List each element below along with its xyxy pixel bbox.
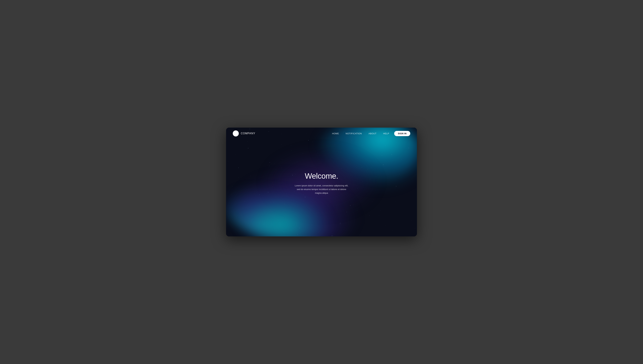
hero-subtitle-line1: Lorem ipsum dolor sit amet, consectetur … [295,184,348,187]
logo-circle [233,130,239,136]
nav-about[interactable]: ABOUT [368,132,376,135]
nav-help[interactable]: HELP [383,132,389,135]
navbar: COMPANY HOME NOTIFICATION ABOUT HELP SIG… [226,128,417,139]
browser-window: COMPANY HOME NOTIFICATION ABOUT HELP SIG… [226,128,417,236]
nav-notification[interactable]: NOTIFICATION [346,132,362,135]
nav-links: HOME NOTIFICATION ABOUT HELP [332,132,389,135]
nav-home[interactable]: HOME [332,132,339,135]
company-name: COMPANY [241,132,255,135]
hero-title: Welcome. [295,172,348,180]
hero-content: Welcome. Lorem ipsum dolor sit amet, con… [295,172,348,195]
logo-area: COMPANY [233,130,332,136]
hero-subtitle: Lorem ipsum dolor sit amet, consectetur … [295,184,348,195]
hero-subtitle-line2: sed do eiusmo tempor incididunt ut labor… [297,188,346,194]
signin-button[interactable]: SIGN IN [394,131,410,136]
